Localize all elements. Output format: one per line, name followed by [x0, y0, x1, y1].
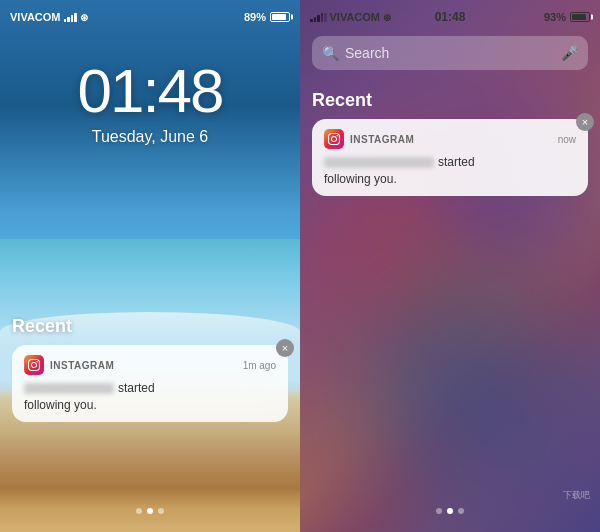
right-phone-panel: VIVACOM ⊛ 01:48 93% 🔍 Search 🎤 Recent ×	[300, 0, 600, 532]
right-dot-3	[458, 508, 464, 514]
right-signal-bar-5	[324, 13, 327, 22]
left-dot-1	[136, 508, 142, 514]
battery-fill	[272, 14, 286, 20]
right-recent-section: Recent × INSTAGRAM now started followin	[312, 90, 588, 196]
left-battery-icon	[270, 12, 290, 22]
left-blur-username	[24, 383, 114, 394]
search-icon: 🔍	[322, 45, 339, 61]
signal-bar-3	[71, 15, 74, 22]
left-notif-action: started	[118, 381, 155, 395]
right-battery-icon	[570, 12, 590, 22]
left-notif-header: INSTAGRAM 1m ago	[24, 355, 276, 375]
left-notif-message: following you.	[24, 398, 276, 412]
right-close-button[interactable]: ×	[576, 113, 594, 131]
left-page-dots	[0, 508, 300, 514]
right-notification-card[interactable]: × INSTAGRAM now started following you.	[312, 119, 588, 196]
left-recent-label: Recent	[12, 316, 288, 337]
right-blur-overlay	[300, 0, 600, 532]
right-signal-bar-1	[310, 19, 313, 22]
left-notif-app-name: INSTAGRAM	[50, 360, 114, 371]
left-battery-percent: 89%	[244, 11, 266, 23]
left-notification-card[interactable]: × INSTAGRAM 1m ago started following you…	[12, 345, 288, 422]
right-status-right: 93%	[544, 11, 590, 23]
signal-bar-1	[64, 19, 67, 22]
right-notif-header: INSTAGRAM now	[324, 129, 576, 149]
right-page-dots	[300, 508, 600, 514]
right-dot-1	[436, 508, 442, 514]
left-status-left: VIVACOM ⊛	[10, 11, 88, 23]
right-time: 01:48	[435, 10, 466, 24]
microphone-icon: 🎤	[561, 45, 578, 61]
left-status-bar: VIVACOM ⊛ 89%	[0, 0, 300, 28]
right-dot-2	[447, 508, 453, 514]
search-bar[interactable]: 🔍 Search 🎤	[312, 36, 588, 70]
right-notif-app-name: INSTAGRAM	[350, 134, 414, 145]
left-dot-3	[158, 508, 164, 514]
left-date: Tuesday, June 6	[0, 128, 300, 146]
right-status-left: VIVACOM ⊛	[310, 11, 391, 23]
right-carrier: VIVACOM	[330, 11, 381, 23]
signal-bars	[64, 12, 77, 22]
left-notif-app: INSTAGRAM	[24, 355, 114, 375]
right-blur-username	[324, 157, 434, 168]
watermark: 下载吧	[563, 489, 590, 502]
right-notif-app: INSTAGRAM	[324, 129, 414, 149]
right-wifi-icon: ⊛	[383, 12, 391, 23]
right-recent-label: Recent	[312, 90, 588, 111]
right-signal-bar-4	[321, 13, 324, 22]
left-status-right: 89%	[244, 11, 290, 23]
signal-bar-4	[74, 13, 77, 22]
left-instagram-icon	[24, 355, 44, 375]
right-notif-body: started	[324, 155, 576, 169]
search-placeholder: Search	[345, 45, 555, 61]
right-status-bar: VIVACOM ⊛ 01:48 93%	[300, 0, 600, 28]
right-notif-message: following you.	[324, 172, 576, 186]
left-close-button[interactable]: ×	[276, 339, 294, 357]
left-phone-panel: VIVACOM ⊛ 89% 01:48 Tuesday, June 6 Rece…	[0, 0, 300, 532]
signal-bar-2	[67, 17, 70, 22]
left-recent-section: Recent × INSTAGRAM 1m ago started follo	[12, 316, 288, 422]
left-clock: 01:48	[0, 55, 300, 126]
right-signal-bars	[310, 12, 327, 22]
left-notif-body: started	[24, 381, 276, 395]
right-signal-bar-2	[314, 17, 317, 22]
left-dot-2	[147, 508, 153, 514]
right-signal-bar-3	[317, 15, 320, 22]
right-notif-time: now	[558, 134, 576, 145]
right-battery-fill	[572, 14, 586, 20]
right-notif-action: started	[438, 155, 475, 169]
right-battery-percent: 93%	[544, 11, 566, 23]
right-instagram-icon	[324, 129, 344, 149]
left-carrier: VIVACOM	[10, 11, 61, 23]
left-notif-time: 1m ago	[243, 360, 276, 371]
wifi-icon: ⊛	[80, 12, 88, 23]
